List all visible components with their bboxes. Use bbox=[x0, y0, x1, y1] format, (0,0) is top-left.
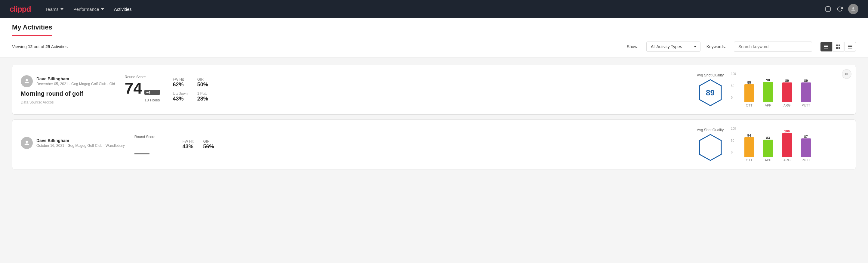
svg-rect-12 bbox=[848, 46, 849, 47]
bar-chart: 100 50 0 85 90 bbox=[731, 72, 815, 107]
round-score: Round Score bbox=[134, 135, 170, 154]
nav-teams[interactable]: Teams bbox=[45, 5, 64, 13]
svg-rect-4 bbox=[824, 46, 828, 47]
bar-app-2: 83 bbox=[759, 136, 777, 157]
fw-hit-stat: FW Hit 43% bbox=[183, 139, 194, 150]
fw-hit-stat: FW Hit 62% bbox=[173, 77, 187, 88]
nav-activities[interactable]: Activities bbox=[114, 5, 132, 13]
search-input[interactable] bbox=[734, 41, 812, 52]
user-row: Dave Billingham October 16, 2021 - Gog M… bbox=[21, 137, 125, 149]
nav-icons bbox=[825, 4, 858, 14]
bar-putt: 89 bbox=[797, 79, 815, 102]
stat-cols: FW Hit 62% Up/Down 43% GIR 50% 1 Putt bbox=[173, 77, 208, 102]
card-left: Dave Billingham December 05, 2021 - Gog … bbox=[21, 75, 115, 105]
svg-rect-10 bbox=[848, 45, 849, 46]
user-date: December 05, 2021 - Gog Magog Golf Club … bbox=[36, 82, 115, 86]
view-toggle bbox=[820, 42, 856, 52]
avg-quality-label: Avg Shot Quality bbox=[697, 128, 724, 132]
one-putt-stat: 1 Putt 28% bbox=[197, 91, 208, 102]
hexagon bbox=[699, 134, 722, 161]
score-number: 74 bbox=[125, 80, 142, 96]
svg-rect-8 bbox=[836, 47, 838, 49]
bar-ott-2: 94 bbox=[740, 134, 758, 157]
avatar bbox=[21, 75, 33, 87]
score-holes: 18 Holes bbox=[144, 98, 160, 102]
svg-rect-11 bbox=[849, 45, 852, 46]
navbar: clippd Teams Performance Activities bbox=[0, 0, 868, 18]
stat-cols: FW Hit 43% GIR 56% bbox=[183, 139, 214, 150]
bar-arg: 89 bbox=[778, 79, 796, 102]
add-button[interactable] bbox=[825, 6, 831, 12]
view-list-detail-button[interactable] bbox=[844, 42, 856, 52]
avg-quality-label: Avg Shot Quality bbox=[697, 73, 724, 77]
bar-chart-2: 100 50 0 94 83 106 bbox=[731, 127, 815, 162]
svg-rect-7 bbox=[839, 45, 840, 46]
card-left: Dave Billingham October 16, 2021 - Gog M… bbox=[21, 137, 125, 152]
hexagon: 89 bbox=[699, 79, 722, 106]
dropdown-chevron-icon: ▾ bbox=[694, 45, 696, 49]
svg-marker-17 bbox=[700, 135, 721, 160]
svg-rect-6 bbox=[836, 45, 838, 46]
activity-title: Morning round of golf bbox=[21, 90, 115, 97]
svg-rect-15 bbox=[849, 48, 852, 49]
edit-button[interactable]: ✏ bbox=[842, 69, 851, 79]
avg-quality-section: Avg Shot Quality 89 100 50 0 bbox=[697, 72, 847, 107]
round-score-label: Round Score bbox=[134, 135, 170, 139]
svg-rect-13 bbox=[849, 46, 852, 47]
svg-rect-3 bbox=[824, 45, 828, 46]
stats-section: Round Score FW Hit 43% GIR 56% bbox=[134, 135, 687, 154]
keywords-label: Keywords: bbox=[707, 44, 726, 49]
page-header: My Activities bbox=[0, 18, 868, 36]
activity-card: Dave Billingham October 16, 2021 - Gog M… bbox=[12, 119, 856, 169]
round-score-label: Round Score bbox=[125, 75, 161, 79]
view-grid-button[interactable] bbox=[833, 42, 844, 52]
data-source: Data Source: Arccos bbox=[21, 100, 115, 105]
svg-rect-9 bbox=[839, 47, 840, 49]
stats-section: Round Score 74 +4 18 Holes FW Hit 62% bbox=[125, 75, 687, 105]
user-avatar-button[interactable] bbox=[848, 4, 858, 14]
filter-bar: Viewing 12 out of 29 Activities Show: Al… bbox=[0, 36, 868, 57]
logo[interactable]: clippd bbox=[10, 4, 31, 14]
refresh-button[interactable] bbox=[837, 6, 843, 12]
score-badge: +4 bbox=[144, 90, 160, 95]
activity-type-dropdown[interactable]: All Activity Types ▾ bbox=[646, 41, 701, 52]
bar-ott: 85 bbox=[740, 81, 758, 102]
activity-card: ✏ Dave Billingham December 05, 2021 - Go… bbox=[12, 65, 856, 115]
bar-arg-2: 106 bbox=[778, 129, 796, 157]
avatar bbox=[21, 137, 33, 149]
user-row: Dave Billingham December 05, 2021 - Gog … bbox=[21, 75, 115, 87]
show-label: Show: bbox=[627, 44, 639, 49]
gir-stat: GIR 50% bbox=[197, 77, 208, 88]
updown-stat: Up/Down 43% bbox=[173, 91, 187, 102]
hexagon-score: 89 bbox=[706, 88, 715, 97]
view-list-compact-button[interactable] bbox=[820, 42, 832, 52]
page-title: My Activities bbox=[12, 18, 52, 36]
svg-rect-14 bbox=[848, 48, 849, 49]
user-date: October 16, 2021 - Gog Magog Golf Club -… bbox=[36, 144, 125, 148]
gir-stat: GIR 56% bbox=[203, 139, 214, 150]
user-name: Dave Billingham bbox=[36, 138, 125, 143]
score-dash bbox=[134, 140, 150, 154]
round-score: Round Score 74 +4 18 Holes bbox=[125, 75, 161, 105]
svg-rect-5 bbox=[824, 48, 828, 49]
bar-app: 90 bbox=[759, 78, 777, 102]
bar-putt-2: 87 bbox=[797, 135, 815, 157]
avg-quality-section: Avg Shot Quality 100 50 0 94 bbox=[697, 127, 847, 162]
user-name: Dave Billingham bbox=[36, 77, 115, 81]
nav-performance[interactable]: Performance bbox=[73, 5, 104, 13]
viewing-count-text: Viewing 12 out of 29 Activities bbox=[12, 44, 621, 49]
activities-list: ✏ Dave Billingham December 05, 2021 - Go… bbox=[0, 57, 868, 177]
